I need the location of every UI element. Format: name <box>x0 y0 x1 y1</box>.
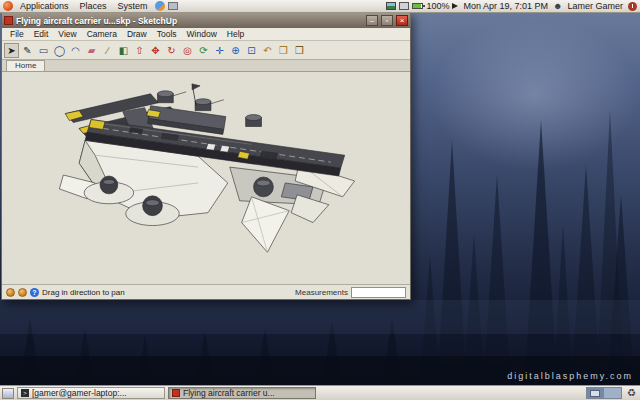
window-title: Flying aircraft carrier u...skp - Sketch… <box>16 16 363 26</box>
menu-file[interactable]: File <box>6 29 28 39</box>
status-indicator-icon-1[interactable] <box>6 288 15 297</box>
browser-launcher-icon[interactable] <box>155 1 165 11</box>
tabstrip: Home <box>2 60 410 72</box>
close-button[interactable]: × <box>396 15 408 26</box>
taskbar: > [gamer@gamer-laptop:... Flying aircraf… <box>0 385 640 400</box>
measurements-input[interactable] <box>351 287 406 298</box>
move-tool-icon[interactable]: ✥ <box>148 43 163 58</box>
photo-tray-icon[interactable] <box>386 2 396 10</box>
share-model-icon[interactable]: ❒ <box>292 43 307 58</box>
select-tool-icon[interactable]: ➤ <box>4 43 19 58</box>
show-desktop-icon[interactable] <box>2 388 14 399</box>
screenshot-launcher-icon[interactable] <box>168 2 178 10</box>
eraser-tool-icon[interactable]: ▰ <box>84 43 99 58</box>
status-hint: Drag in direction to pan <box>42 288 125 297</box>
top-panel: Applications Places System 100% Mon Apr … <box>0 0 640 13</box>
tab-home[interactable]: Home <box>6 60 45 71</box>
push-pull-tool-icon[interactable]: ⇧ <box>132 43 147 58</box>
user-switcher[interactable]: Lamer Gamer <box>565 1 625 11</box>
menu-window[interactable]: Window <box>183 29 221 39</box>
model-flying-aircraft-carrier[interactable] <box>2 72 410 284</box>
menu-help[interactable]: Help <box>223 29 248 39</box>
menu-view[interactable]: View <box>54 29 80 39</box>
get-models-icon[interactable]: ❒ <box>276 43 291 58</box>
orbit-tool-icon[interactable]: ⟳ <box>196 43 211 58</box>
maximize-button[interactable]: ▫ <box>381 15 393 26</box>
trash-icon[interactable]: ♻ <box>625 387 638 399</box>
undo-view-icon[interactable]: ↶ <box>260 43 275 58</box>
rotate-tool-icon[interactable]: ↻ <box>164 43 179 58</box>
desktop[interactable]: digitalblasphemy.com Applications Places… <box>0 0 640 400</box>
sketchup-icon <box>172 389 180 397</box>
menu-camera[interactable]: Camera <box>83 29 121 39</box>
menu-edit[interactable]: Edit <box>30 29 53 39</box>
titlebar[interactable]: Flying aircraft carrier u...skp - Sketch… <box>2 13 410 28</box>
clock[interactable]: Mon Apr 19, 7:01 PM <box>461 1 550 11</box>
minimize-button[interactable]: – <box>366 15 378 26</box>
sketchup-canvas[interactable] <box>2 72 410 284</box>
user-icon: ☻ <box>553 1 562 11</box>
volume-icon[interactable] <box>452 3 458 9</box>
sketchup-window: Flying aircraft carrier u...skp - Sketch… <box>1 12 411 300</box>
battery-icon[interactable] <box>412 3 423 9</box>
network-tray-icon[interactable] <box>399 2 409 10</box>
wallpaper-credit: digitalblasphemy.com <box>507 371 633 381</box>
paint-bucket-tool-icon[interactable]: ◧ <box>116 43 131 58</box>
window-icon <box>4 16 13 25</box>
distro-logo-icon[interactable] <box>3 1 13 11</box>
sketchup-menubar: File Edit View Camera Draw Tools Window … <box>2 28 410 41</box>
circle-tool-icon[interactable]: ◯ <box>52 43 67 58</box>
measurements-label: Measurements <box>295 288 348 297</box>
rectangle-tool-icon[interactable]: ▭ <box>36 43 51 58</box>
workspace-1[interactable] <box>587 388 604 398</box>
tape-measure-tool-icon[interactable]: ∕ <box>100 43 115 58</box>
menu-tools[interactable]: Tools <box>153 29 181 39</box>
battery-percent: 100% <box>426 1 449 11</box>
power-icon[interactable] <box>628 2 637 11</box>
zoom-tool-icon[interactable]: ⊕ <box>228 43 243 58</box>
statusbar: ? Drag in direction to pan Measurements <box>2 284 410 299</box>
terminal-icon: > <box>21 389 29 397</box>
workspace-switcher <box>586 387 622 399</box>
zoom-extents-tool-icon[interactable]: ⊡ <box>244 43 259 58</box>
menu-draw[interactable]: Draw <box>123 29 151 39</box>
taskbar-button-terminal[interactable]: > [gamer@gamer-laptop:... <box>17 387 165 399</box>
menu-places[interactable]: Places <box>76 0 111 12</box>
menu-system[interactable]: System <box>114 0 152 12</box>
status-indicator-icon-2[interactable] <box>18 288 27 297</box>
help-icon[interactable]: ? <box>30 288 39 297</box>
pan-tool-icon[interactable]: ✛ <box>212 43 227 58</box>
offset-tool-icon[interactable]: ◎ <box>180 43 195 58</box>
sketchup-toolbar: ➤✎▭◯◠▰∕◧⇧✥↻◎⟳✛⊕⊡↶❒❒ <box>2 41 410 60</box>
menu-applications[interactable]: Applications <box>16 0 73 12</box>
taskbar-button-sketchup[interactable]: Flying aircraft carrier u... <box>168 387 316 399</box>
arc-tool-icon[interactable]: ◠ <box>68 43 83 58</box>
workspace-2[interactable] <box>604 388 621 398</box>
line-tool-icon[interactable]: ✎ <box>20 43 35 58</box>
